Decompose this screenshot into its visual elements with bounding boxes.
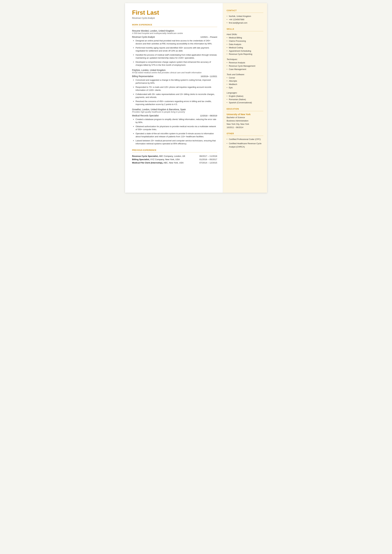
- job-3-bullets: Created a database program to simplify c…: [133, 118, 217, 145]
- skills-title: SKILLS: [227, 28, 263, 30]
- technique-item: Revenue Analysis: [227, 61, 263, 64]
- role-row-3: Medical Records Specialist 12/2018 – 09/…: [132, 114, 217, 117]
- employer-2-description: NYSE-listed medical centre that provides…: [132, 71, 217, 74]
- prev-dates-1: 06/2017 – 11/2018: [199, 155, 217, 157]
- edu-location: New York City, New York: [227, 123, 263, 126]
- skill-item: Revenue Cycle Reporting: [227, 53, 263, 56]
- role-title-1: Revenue Cycle Analyst: [132, 36, 155, 38]
- role-dates-2: 10/2019– 11/2021: [201, 75, 217, 77]
- prev-exp-row-1: Revenue Cycle Specialist, ABC Company, L…: [132, 155, 217, 157]
- technique-item: Case Management: [227, 68, 263, 71]
- languages-label: Languages:: [227, 91, 263, 94]
- job-2-bullets: Conceived and suggested a change in the …: [133, 78, 217, 106]
- skill-item: Medical Coding: [227, 46, 263, 49]
- skill-item: Data Analysis: [227, 43, 263, 46]
- right-column: CONTACT Norfolk, United Kingdom +44 1234…: [223, 3, 267, 193]
- bullet: Collaborated with 30+ sales representati…: [133, 93, 217, 99]
- bullet: Developed a comprehensive charge capture…: [133, 61, 217, 67]
- tools-label: Tools and Software:: [227, 73, 263, 76]
- other-item-2: Certified Healthcare Revenue Cycle Analy…: [227, 142, 263, 149]
- field: Business Administration: [227, 119, 263, 123]
- education-divider: [227, 111, 263, 111]
- language-item: English (Native): [227, 95, 263, 98]
- role-row-2: Billing Representative 10/2019– 11/2021: [132, 75, 217, 77]
- job-2: Polyhire, London, United Kingdom NYSE-li…: [132, 69, 217, 106]
- bullet: Created a database program to simplify c…: [133, 118, 217, 124]
- bullet: Liaised between 20+ medical personnel an…: [133, 139, 217, 145]
- bullet: Obtained authorization for physicians to…: [133, 125, 217, 131]
- left-column: First Last Revenue Cycle Analyst WORK EX…: [125, 3, 223, 193]
- prev-dates-3: 07/2014 – 12/2015: [199, 161, 217, 164]
- prev-exp-row-3: Medical File Clerk (Internship), ABC, Ne…: [132, 161, 217, 164]
- edu-dates: 10/2011 - 06/2014: [227, 126, 263, 129]
- prev-dates-2: 01/2016 – 05/2017: [199, 158, 217, 161]
- language-item: Spanish (Conversational): [227, 101, 263, 104]
- role-row-1: Revenue Cycle Analyst 12/2021 – Present: [132, 36, 217, 38]
- bullet: Designed an online portal that provided …: [133, 39, 217, 45]
- bullet: Responded to 70+ e-mails and 120+ phone …: [133, 86, 217, 92]
- bullet: Conceived and suggested a change in the …: [133, 78, 217, 85]
- role-dates-3: 12/2018 – 09/2019: [200, 114, 217, 117]
- techniques-label: Techniques:: [227, 58, 263, 61]
- degree: Bachelor of Science: [227, 116, 263, 119]
- tools-list: Cerner Allscripts Meditech Epic: [227, 76, 263, 89]
- bullet: Performed monthly aging reports and iden…: [133, 46, 217, 52]
- prev-role-3: Medical File Clerk (Internship), ABC, Ne…: [132, 161, 184, 164]
- previous-experience-title: PREVIOUS EXPERIENCE: [132, 149, 217, 151]
- bullet: Handled the process of medical staff cre…: [133, 53, 217, 60]
- employer-1-description: A 500-bed hospital and multispeciality h…: [132, 32, 217, 35]
- employer-1-name: Resume Worded, London, United Kingdom: [132, 29, 217, 32]
- hard-skills-list: Medical Billing Claims Processing Data A…: [227, 36, 263, 56]
- contact-item-email: first.last@gmail.com: [227, 21, 263, 25]
- school-name: University of New York: [227, 113, 263, 116]
- other-divider: [227, 136, 263, 136]
- hard-skills-label: Hard SKills:: [227, 33, 263, 35]
- employer-3-name: Growthsi, London, United Kingdom & Barce…: [132, 108, 217, 111]
- contact-divider: [227, 13, 263, 13]
- technique-item: Revenue Cycle Management: [227, 64, 263, 68]
- techniques-list: Revenue Analysis Revenue Cycle Managemen…: [227, 61, 263, 71]
- tool-item: Epic: [227, 86, 263, 89]
- tool-item: Cerner: [227, 76, 263, 80]
- name: First Last: [132, 9, 217, 16]
- role-title-3: Medical Records Specialist: [132, 114, 159, 117]
- job-1: Resume Worded, London, United Kingdom A …: [132, 29, 217, 67]
- job-3: Growthsi, London, United Kingdom & Barce…: [132, 108, 217, 145]
- role-title-2: Billing Representative: [132, 75, 154, 77]
- other-item-1: Certified Professional Coder (CPC): [227, 138, 263, 141]
- tool-item: Meditech: [227, 83, 263, 86]
- skill-item: Claims Processing: [227, 40, 263, 43]
- employer-3-description: Provides high-quality healthcare to peop…: [132, 111, 217, 113]
- work-experience-divider: [132, 27, 217, 27]
- employer-2-name: Polyhire, London, United Kingdom: [132, 69, 217, 71]
- skill-item: Medical Billing: [227, 36, 263, 40]
- bullet: Resolved the concerns of 450+ customers …: [133, 100, 217, 106]
- bullet: Operated a state-of-the-art microfilm sy…: [133, 132, 217, 138]
- education-title: EDUCATION: [227, 108, 263, 110]
- skills-divider: [227, 31, 263, 31]
- other-title: OTHER: [227, 133, 263, 135]
- contact-item-address: Norfolk, United Kingdom: [227, 15, 263, 18]
- contact-list: Norfolk, United Kingdom +44 1234567890 f…: [227, 15, 263, 24]
- prev-role-2: Billing Specialist, XYZ Company, New Yor…: [132, 158, 180, 161]
- work-experience-title: WORK EXPERIENCE: [132, 24, 217, 26]
- language-item: Romanian (Native): [227, 98, 263, 101]
- resume-page: First Last Revenue Cycle Analyst WORK EX…: [125, 3, 267, 193]
- job-1-bullets: Designed an online portal that provided …: [133, 39, 217, 67]
- languages-list: English (Native) Romanian (Native) Spani…: [227, 95, 263, 104]
- skill-item: Appointment Scheduling: [227, 49, 263, 53]
- contact-title: CONTACT: [227, 9, 263, 12]
- prev-role-1: Revenue Cycle Specialist, ABC Company, L…: [132, 155, 185, 157]
- contact-item-phone: +44 1234567890: [227, 18, 263, 21]
- tool-item: Allscripts: [227, 79, 263, 83]
- role-dates-1: 12/2021 – Present: [200, 36, 217, 38]
- prev-exp-row-2: Billing Specialist, XYZ Company, New Yor…: [132, 158, 217, 161]
- job-title: Revenue Cycle Analyst: [132, 17, 217, 19]
